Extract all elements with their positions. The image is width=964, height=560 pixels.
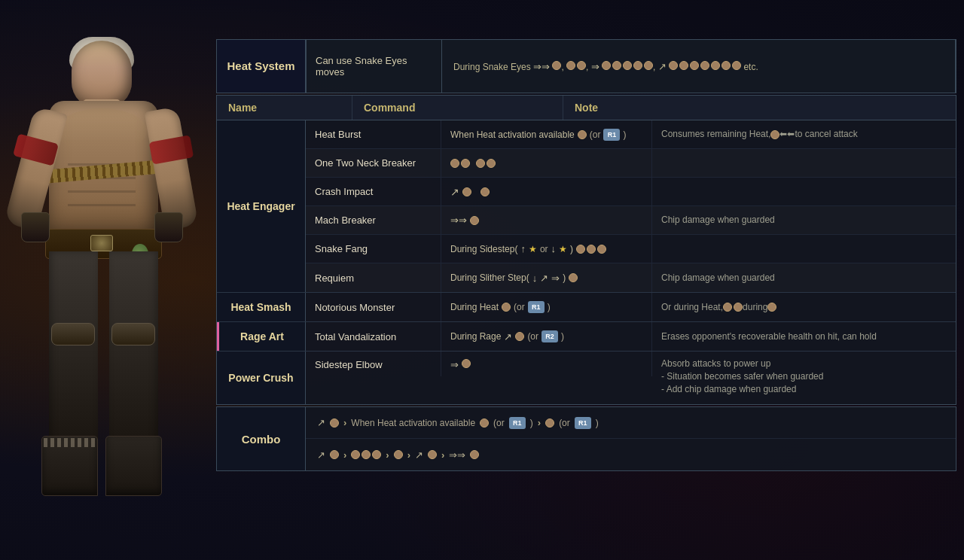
row-name: Snake Fang	[306, 235, 441, 263]
main-content: Heat System Can use Snake Eyes moves Dur…	[216, 39, 956, 552]
row-name: Total Vandalization	[306, 322, 441, 351]
row-note: Absorb attacks to power up - Situation b…	[652, 352, 956, 401]
row-command: ⇒	[441, 352, 652, 376]
table-row: Heat Burst When Heat activation availabl…	[306, 120, 956, 149]
table-row: Crash Impact ↗	[306, 178, 956, 206]
char-pecs	[56, 108, 147, 154]
row-note: Consumes remaining Heat, ⬅⬅ to cancel at…	[652, 120, 956, 148]
row-note: Chip damage when guarded	[652, 206, 956, 234]
combo-label: Combo	[217, 407, 306, 470]
row-name: One Two Neck Breaker	[306, 149, 441, 177]
row-name: Sidestep Elbow	[306, 352, 441, 376]
char-knee-left	[51, 323, 95, 345]
row-name: Mach Breaker	[306, 206, 441, 234]
char-glove-left	[21, 212, 50, 242]
char-pants-left	[49, 251, 98, 447]
row-note: Erases opponent's recoverable health on …	[652, 322, 956, 351]
col-note-header: Note	[563, 96, 956, 120]
heat-system-section: Heat System Can use Snake Eyes moves Dur…	[216, 39, 956, 93]
row-command: During Heat (or R1 )	[441, 293, 652, 321]
table-row: Sidestep Elbow ⇒ Absorb attacks to power…	[306, 352, 956, 404]
table-row: Total Vandalization During Rage ↗ (or R2…	[306, 322, 956, 351]
heat-system-label: Heat System	[217, 40, 306, 93]
row-name: Heat Burst	[306, 120, 441, 148]
row-note: Or during Heat, during	[652, 293, 956, 321]
row-note	[652, 149, 956, 177]
heat-smash-rows: Notorious Monster During Heat (or R1 ) O…	[306, 293, 956, 321]
power-crush-rows: Sidestep Elbow ⇒ Absorb attacks to power…	[306, 352, 956, 404]
char-pants-right	[109, 251, 158, 447]
char-boot-right	[105, 436, 162, 496]
heat-engager-rows: Heat Burst When Heat activation availabl…	[306, 120, 956, 292]
main-table: Name Command Note Heat Engager Heat Burs…	[216, 95, 956, 405]
row-name: Requiem	[306, 263, 441, 292]
power-crush-section: Power Crush Sidestep Elbow ⇒ Absorb atta…	[217, 352, 956, 404]
row-name: Notorious Monster	[306, 293, 441, 321]
table-row: Mach Breaker ⇒⇒ Chip damage when guarded	[306, 206, 956, 235]
row-command: ⇒⇒	[441, 206, 652, 234]
character-area	[0, 0, 218, 560]
row-command: During Sidestep( ↑ ★ or ↓ ★ )	[441, 235, 652, 263]
table-row: One Two Neck Breaker	[306, 149, 956, 178]
row-command: During Rage ↗ (or R2 )	[441, 322, 652, 351]
can-use-label: Can use Snake Eyes moves	[316, 55, 432, 78]
row-command: ↗	[441, 178, 652, 205]
combo-rows: ↗ › When Heat activation available (or R…	[306, 407, 956, 470]
table-row: Snake Fang During Sidestep( ↑ ★ or ↓ ★ )	[306, 235, 956, 263]
table-row: Requiem During Slither Step( ↓ ↗ ⇒ ) Chi…	[306, 263, 956, 292]
combo-row: ↗ › When Heat activation available (or R…	[306, 407, 956, 439]
power-crush-label: Power Crush	[217, 352, 306, 404]
heat-engager-section: Heat Engager Heat Burst When Heat activa…	[217, 120, 956, 293]
heat-cmd-text: During Snake Eyes ⇒⇒ , , ⇒ , ↗ etc.	[453, 61, 758, 72]
char-glove-right	[154, 212, 183, 242]
row-note	[652, 235, 956, 263]
row-command	[441, 149, 652, 177]
rage-art-rows: Total Vandalization During Rage ↗ (or R2…	[306, 322, 956, 351]
heat-engager-label: Heat Engager	[217, 120, 306, 292]
rage-art-section: Rage Art Total Vandalization During Rage…	[217, 322, 956, 352]
heat-smash-label: Heat Smash	[217, 293, 306, 321]
char-head	[72, 41, 132, 108]
heat-cmd-area: During Snake Eyes ⇒⇒ , , ⇒ , ↗ etc.	[442, 40, 956, 93]
char-knee-right	[111, 323, 155, 345]
combo-section: Combo ↗ › When Heat activation available…	[216, 406, 956, 471]
character-figure	[8, 26, 203, 560]
col-name-header: Name	[217, 96, 352, 120]
rage-art-label: Rage Art	[217, 322, 306, 351]
char-belt-buckle	[90, 235, 113, 251]
row-note: Chip damage when guarded	[652, 263, 956, 292]
combo-row: ↗ › › › ↗ › ⇒⇒	[306, 439, 956, 470]
table-header: Name Command Note	[217, 96, 956, 120]
row-command: During Slither Step( ↓ ↗ ⇒ )	[441, 263, 652, 292]
row-name: Crash Impact	[306, 178, 441, 205]
row-note	[652, 178, 956, 205]
col-command-header: Command	[352, 96, 563, 120]
heat-smash-section: Heat Smash Notorious Monster During Heat…	[217, 293, 956, 322]
table-row: Notorious Monster During Heat (or R1 ) O…	[306, 293, 956, 321]
char-boot-studs	[44, 438, 96, 447]
row-command: When Heat activation available (or R1 )	[441, 120, 652, 148]
